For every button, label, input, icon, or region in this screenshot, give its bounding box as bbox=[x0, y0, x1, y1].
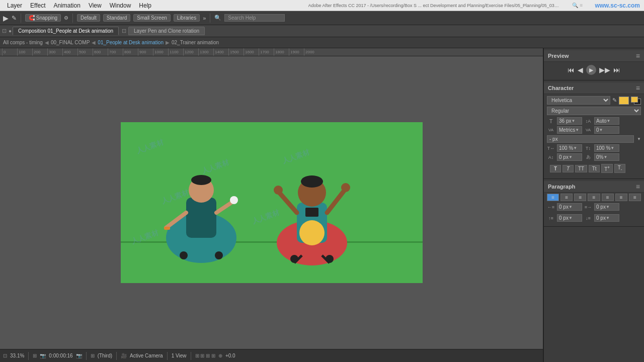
tsume-input[interactable]: 0% ▼ bbox=[594, 153, 619, 161]
pen-icon[interactable]: ✎ bbox=[612, 97, 617, 104]
breadcrumb-next[interactable]: 02_Trainer animation bbox=[172, 40, 219, 45]
indent-before-input[interactable]: 0 px ▼ bbox=[557, 203, 582, 211]
workspace-smallscreen-btn[interactable]: Small Screen bbox=[133, 14, 170, 22]
ruler-mark-1500: 1500 bbox=[228, 48, 244, 56]
baseline-value: 0 px bbox=[559, 154, 569, 160]
style-italic-btn[interactable]: T bbox=[562, 165, 574, 172]
preview-menu-btn[interactable]: ≡ bbox=[636, 52, 640, 60]
scale-h-value: 100 % bbox=[559, 145, 573, 151]
workspace-standard-btn[interactable]: Standard bbox=[103, 14, 131, 22]
style-sub-btn[interactable]: T- bbox=[614, 164, 625, 173]
scale-h-icon: T↔ bbox=[547, 146, 555, 151]
zoom-control[interactable]: 33.1% bbox=[10, 353, 24, 358]
leading-unit-select[interactable]: - px bbox=[547, 135, 634, 143]
fill-color-box-2[interactable] bbox=[631, 97, 638, 103]
breadcrumb-final-comp[interactable]: 00_FINAL COMP bbox=[51, 40, 90, 45]
tracking-input[interactable]: 0 ▼ bbox=[594, 126, 619, 134]
workspace-libraries-btn[interactable]: Libraries bbox=[174, 14, 200, 22]
snapshot-icon[interactable]: 📷 bbox=[76, 353, 82, 358]
menu-window[interactable]: Window bbox=[107, 2, 134, 9]
space-before-arrow[interactable]: ▼ bbox=[569, 216, 573, 220]
fill-color-box[interactable] bbox=[619, 97, 629, 105]
justify-left-btn[interactable]: ≡ bbox=[588, 194, 600, 201]
tab-comp[interactable]: Composition 01_People at Desk animation bbox=[13, 27, 119, 35]
view-count[interactable]: 1 View bbox=[172, 353, 187, 358]
tool-extra[interactable]: ⚙ bbox=[64, 15, 68, 21]
snapping-btn[interactable]: 🧲 Snapping bbox=[25, 14, 61, 22]
menu-help[interactable]: Help bbox=[136, 2, 154, 9]
space-before-icon: ↑≡ bbox=[547, 216, 555, 221]
scale-v-arrow[interactable]: ▼ bbox=[610, 146, 614, 150]
svg-point-7 bbox=[180, 251, 188, 259]
kerning-input[interactable]: Metrics ▼ bbox=[557, 126, 582, 134]
leading-unit-arrow[interactable]: ▼ bbox=[637, 137, 641, 141]
menu-view[interactable]: View bbox=[86, 2, 105, 9]
leading-input[interactable]: Auto ▼ bbox=[594, 117, 619, 125]
tsume-arrow[interactable]: ▼ bbox=[603, 155, 607, 159]
align-left-btn[interactable]: ≡ bbox=[547, 194, 559, 201]
preview-last-btn[interactable]: ⏭ bbox=[613, 66, 620, 74]
justify-center-btn[interactable]: ≡ bbox=[602, 194, 614, 201]
workspace-extra-icon[interactable]: » bbox=[203, 15, 206, 21]
menu-effect[interactable]: Effect bbox=[27, 2, 48, 9]
leading-arrow[interactable]: ▼ bbox=[607, 119, 611, 123]
scale-h-input[interactable]: 100 % ▼ bbox=[557, 144, 582, 152]
style-allcaps-btn[interactable]: TT bbox=[575, 165, 587, 172]
font-style-row: Regular bbox=[547, 107, 641, 115]
align-right-btn[interactable]: ≡ bbox=[574, 194, 586, 201]
ruler-mark-600: 600 bbox=[93, 48, 108, 56]
space-before-input[interactable]: 0 px ▼ bbox=[557, 214, 582, 222]
offset-value[interactable]: +0.0 bbox=[225, 353, 235, 358]
style-smallcaps-btn[interactable]: Tt bbox=[589, 165, 600, 172]
tool-pen[interactable]: ✎ bbox=[12, 15, 17, 22]
indent-after-input[interactable]: 0 px ▼ bbox=[594, 203, 619, 211]
preview-prev-btn[interactable]: ◀ bbox=[578, 66, 583, 74]
preview-next-btn[interactable]: ▶▶ bbox=[599, 66, 610, 74]
time-display[interactable]: 0:00:00:16 bbox=[49, 353, 72, 358]
paragraph-title: Paragraph bbox=[548, 184, 575, 190]
viewport[interactable]: 人人素材 人人素材 人人素材 人人素材 人人素材 人人素材 人人素材 bbox=[0, 56, 543, 349]
breadcrumb-current[interactable]: 01_People at Desk animation bbox=[98, 40, 164, 45]
scale-h-arrow[interactable]: ▼ bbox=[573, 146, 577, 150]
preview-header: Preview ≡ bbox=[544, 50, 644, 62]
logo-area: Adobe After Effects CC 2017 - /Users/rec… bbox=[308, 2, 640, 9]
baseline-arrow[interactable]: ▼ bbox=[569, 155, 573, 159]
font-size-arrow[interactable]: ▼ bbox=[571, 119, 575, 123]
font-size-input[interactable]: 36 px ▼ bbox=[557, 117, 582, 125]
camera-select[interactable]: Active Camera bbox=[130, 353, 163, 358]
preview-first-btn[interactable]: ⏮ bbox=[568, 66, 575, 74]
view-mode[interactable]: (Third) bbox=[98, 353, 112, 358]
tracking-arrow[interactable]: ▼ bbox=[599, 128, 603, 132]
snapping-icon: 🧲 bbox=[29, 15, 35, 21]
font-style-select[interactable]: Regular bbox=[547, 107, 641, 115]
menu-layer[interactable]: Layer bbox=[4, 2, 25, 9]
paragraph-menu-btn[interactable]: ≡ bbox=[636, 183, 640, 191]
menu-animation[interactable]: Animation bbox=[51, 2, 84, 9]
style-bold-btn[interactable]: T bbox=[550, 165, 561, 172]
preview-play-btn[interactable]: ▶ bbox=[586, 65, 596, 75]
baseline-row: A↕ 0 px ▼ あ 0% ▼ bbox=[547, 153, 641, 161]
ruler-marks: 0 100 200 300 400 500 600 700 800 900 10… bbox=[0, 48, 543, 56]
baseline-input[interactable]: 0 px ▼ bbox=[557, 153, 582, 161]
tool-select[interactable]: ▶ bbox=[3, 14, 9, 22]
breadcrumb-all-comps[interactable]: All comps - timing bbox=[3, 40, 43, 45]
camera-icon[interactable]: 📷 bbox=[40, 353, 46, 358]
justify-right-btn[interactable]: ≡ bbox=[615, 194, 627, 201]
space-after-input[interactable]: 0 px ▼ bbox=[594, 214, 619, 222]
indent-after-arrow[interactable]: ▼ bbox=[606, 205, 610, 209]
snap-icon[interactable]: ⊞ bbox=[33, 353, 37, 358]
style-super-btn[interactable]: T+ bbox=[601, 164, 613, 173]
scale-v-input[interactable]: 100 % ▼ bbox=[594, 144, 619, 152]
workspace-default-btn[interactable]: Default bbox=[77, 14, 100, 22]
grid-icon[interactable]: ⊞ bbox=[91, 353, 95, 358]
indent-before-value: 0 px bbox=[559, 204, 569, 210]
kerning-arrow[interactable]: ▼ bbox=[575, 128, 579, 132]
indent-before-arrow[interactable]: ▼ bbox=[569, 205, 573, 209]
align-center-btn[interactable]: ≡ bbox=[560, 194, 573, 201]
font-name-select[interactable]: Helvetica bbox=[547, 96, 610, 105]
tab-layer[interactable]: Layer Pen and Clone rotation bbox=[128, 27, 205, 35]
space-after-arrow[interactable]: ▼ bbox=[606, 216, 610, 220]
search-help-input[interactable]: Search Help bbox=[224, 14, 285, 22]
character-menu-btn[interactable]: ≡ bbox=[636, 84, 640, 92]
justify-all-btn[interactable]: ≡ bbox=[629, 194, 641, 201]
